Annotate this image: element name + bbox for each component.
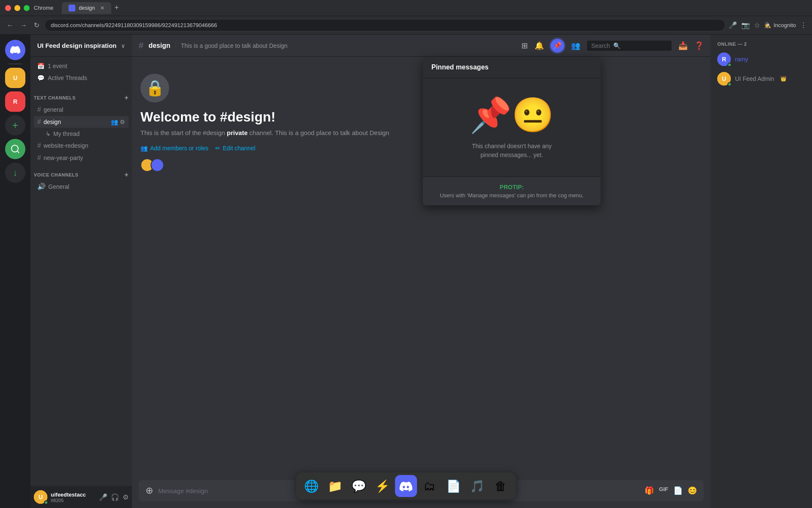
- svg-line-5: [17, 151, 19, 153]
- server-name-bar[interactable]: UI Feed design inspiration ∨: [30, 35, 132, 57]
- text-channels-label: TEXT CHANNELS: [34, 95, 76, 100]
- incognito-icon: 🕵: [764, 22, 771, 28]
- menu-icon[interactable]: ⋮: [800, 21, 807, 29]
- inbox-icon[interactable]: 📥: [678, 41, 688, 50]
- dock-item-trash[interactable]: 🗑: [490, 475, 512, 497]
- svg-text:U: U: [13, 75, 17, 81]
- dock-item-lightning[interactable]: ⚡: [371, 475, 393, 497]
- search-label: Search: [591, 42, 610, 49]
- microphone-icon[interactable]: 🎤: [729, 21, 737, 29]
- incognito-label: Incognito: [774, 22, 796, 28]
- pinned-empty-text: This channel doesn't have anypinned mess…: [431, 142, 592, 160]
- server-icon-uifeed[interactable]: U: [5, 68, 25, 88]
- channel-header-name: design: [148, 42, 170, 50]
- channel-header-desc: This is a good place to talk about Desig…: [181, 42, 516, 49]
- channel-list: # general # design 👥 ⚙ ↳ My thread # web…: [30, 103, 132, 164]
- member-item-uifeedadmin[interactable]: U UI Feed Admin 👑: [714, 69, 809, 88]
- explore-server-icon[interactable]: [5, 139, 25, 159]
- member-item-ramy[interactable]: R ramy: [714, 50, 809, 69]
- attachment-button[interactable]: ⊕: [145, 485, 153, 496]
- add-members-label: Add members or roles: [150, 145, 208, 152]
- text-channels-header[interactable]: TEXT CHANNELS +: [30, 87, 132, 103]
- server-chevron-icon: ∨: [121, 42, 125, 49]
- plus-icon: +: [12, 119, 18, 131]
- channel-item-general[interactable]: # general: [34, 104, 129, 116]
- threads-icon[interactable]: ⊞: [521, 41, 528, 50]
- username: uifeedtestacc: [51, 491, 96, 498]
- new-tab-button[interactable]: +: [115, 3, 119, 12]
- members-icon[interactable]: 👥: [111, 119, 118, 125]
- close-button[interactable]: [5, 5, 11, 11]
- dock-item-folder[interactable]: 🗂: [419, 475, 441, 497]
- headphone-toggle[interactable]: 🎧: [111, 493, 119, 501]
- channel-item-website-redesign[interactable]: # website-redesign: [34, 140, 129, 152]
- microphone-toggle[interactable]: 🎤: [99, 493, 107, 501]
- settings-icon[interactable]: ⚙: [120, 119, 125, 125]
- protip-text: Users with 'Manage messages' can pin fro…: [431, 192, 592, 199]
- pinned-empty-icon: 📌😐: [431, 95, 592, 135]
- sticker-icon[interactable]: 📄: [673, 486, 683, 495]
- search-bar[interactable]: Search 🔍: [587, 41, 672, 51]
- discord-home-icon[interactable]: [5, 40, 25, 60]
- edit-channel-button[interactable]: ✏ Edit channel: [215, 145, 255, 152]
- incognito-badge: 🕵 Incognito: [764, 22, 796, 28]
- members-section-header: ONLINE — 2: [714, 41, 809, 50]
- emoji-icon[interactable]: 😊: [688, 486, 697, 495]
- voice-channel-general[interactable]: 🔊 General: [34, 180, 129, 193]
- svg-point-4: [11, 145, 18, 152]
- header-divider: [176, 41, 176, 51]
- dock-item-music[interactable]: 🎵: [466, 475, 488, 497]
- download-icon[interactable]: ↓: [5, 163, 25, 183]
- svg-text:R: R: [13, 98, 17, 105]
- add-server-button[interactable]: +: [5, 115, 25, 135]
- browser-name: Chrome: [34, 5, 53, 11]
- member-avatar-ramy: R: [717, 52, 731, 66]
- channel-item-new-year-party[interactable]: # new-year-party: [34, 152, 129, 164]
- add-voice-channel-button[interactable]: +: [124, 171, 129, 179]
- reload-button[interactable]: ↻: [32, 19, 41, 31]
- forward-button[interactable]: →: [19, 20, 29, 31]
- event-label: 1 event: [48, 63, 67, 69]
- members-list-icon[interactable]: 👥: [571, 41, 580, 50]
- sidebar-item-active-threads[interactable]: 💬 Active Threads: [34, 72, 129, 84]
- svg-text:R: R: [722, 56, 726, 63]
- dock-item-safari[interactable]: 🌐: [300, 475, 322, 497]
- dock-item-document[interactable]: 📄: [442, 475, 464, 497]
- tab-close-button[interactable]: ✕: [100, 5, 104, 11]
- add-members-button[interactable]: 👥 Add members or roles: [140, 145, 208, 152]
- gift-icon[interactable]: 🎁: [645, 486, 654, 495]
- messages-area[interactable]: 🔒 Welcome to #design! This is the start …: [132, 57, 710, 480]
- calendar-icon: 📅: [37, 63, 44, 69]
- channel-intro: 🔒 Welcome to #design! This is the start …: [132, 65, 710, 180]
- help-icon[interactable]: ❓: [694, 41, 704, 50]
- tab-title: design: [79, 5, 95, 11]
- address-bar[interactable]: discord.com/channels/922491180309159986/…: [44, 19, 725, 31]
- channel-name-general: general: [44, 106, 63, 113]
- star-icon[interactable]: ☆: [754, 21, 760, 29]
- sidebar-item-event[interactable]: 📅 1 event: [34, 60, 129, 72]
- maximize-button[interactable]: [24, 5, 30, 11]
- active-threads-label: Active Threads: [48, 75, 87, 81]
- gif-icon[interactable]: GIF: [659, 486, 668, 495]
- add-channel-button[interactable]: +: [124, 94, 129, 102]
- notification-bell-icon[interactable]: 🔔: [535, 41, 544, 50]
- channel-item-design[interactable]: # design 👥 ⚙: [34, 116, 129, 128]
- dock-item-discord[interactable]: [395, 475, 417, 497]
- user-info: uifeedtestacc #8205: [51, 491, 96, 503]
- voice-channels-header[interactable]: VOICE CHANNELS +: [30, 164, 132, 180]
- dock-item-messages[interactable]: 💬: [348, 475, 370, 497]
- user-settings-button[interactable]: ⚙: [123, 493, 129, 501]
- active-tab[interactable]: design ✕: [62, 2, 111, 14]
- member-name-uifeedadmin: UI Feed Admin: [735, 75, 774, 82]
- user-avatar: U: [34, 490, 47, 504]
- camera-icon[interactable]: 📷: [741, 21, 750, 29]
- svg-text:U: U: [38, 494, 43, 500]
- pin-button[interactable]: 📌: [551, 39, 564, 52]
- hash-icon: #: [37, 142, 41, 149]
- back-button[interactable]: ←: [5, 20, 15, 31]
- minimize-button[interactable]: [14, 5, 20, 11]
- server-icon-red[interactable]: R: [5, 91, 25, 112]
- input-icon-group: 🎁 GIF 📄 😊: [645, 486, 697, 495]
- channel-item-my-thread[interactable]: ↳ My thread: [34, 128, 129, 139]
- dock-item-finder[interactable]: 📁: [324, 475, 346, 497]
